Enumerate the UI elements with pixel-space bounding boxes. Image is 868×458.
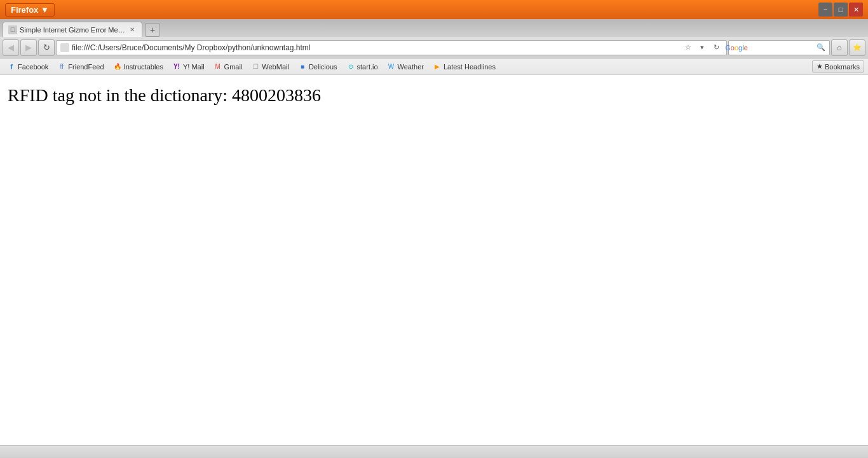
startio-icon: ⊙ (346, 62, 355, 71)
bookmark-instructables[interactable]: 🔥 Instructables (110, 61, 166, 73)
addon-icon: ⭐ (853, 43, 862, 52)
bookmark-friendfeed[interactable]: ff FriendFeed (54, 61, 107, 73)
bookmark-yahoo-mail[interactable]: Y! Y! Mail (169, 61, 208, 73)
reload-button[interactable]: ↻ (38, 39, 55, 56)
bookmarks-label: Bookmarks (825, 63, 860, 71)
active-tab[interactable]: ☐ Simple Internet Gizmo Error Message ✕ (3, 22, 142, 37)
new-tab-button[interactable]: + (145, 23, 160, 37)
webmail-icon: ☐ (251, 62, 260, 71)
gmail-icon: M (214, 62, 222, 71)
delicious-icon: ■ (298, 62, 307, 71)
tab-favicon: ☐ (8, 25, 17, 34)
bookmark-delicious-label: Delicious (309, 63, 337, 71)
bookmark-startio[interactable]: ⊙ start.io (343, 61, 381, 73)
forward-icon: ▶ (25, 43, 32, 52)
page-content: RFID tag not in the dictionary: 48002038… (0, 75, 868, 445)
bookmark-weather[interactable]: W Weather (384, 61, 427, 73)
bookmark-webmail-label: WebMail (262, 63, 289, 71)
search-button[interactable]: 🔍 (815, 42, 827, 53)
addon-button[interactable]: ⭐ (849, 39, 865, 56)
bookmark-startio-label: start.io (357, 63, 378, 71)
bookmark-yahoo-label: Y! Mail (183, 63, 205, 71)
back-icon: ◀ (8, 43, 14, 52)
facebook-icon: f (7, 62, 16, 71)
home-button[interactable]: ⌂ (831, 39, 848, 56)
google-icon: Google (731, 43, 742, 53)
bookmark-star-button[interactable]: ☆ (682, 41, 695, 54)
address-text: file:///C:/Users/Bruce/Documents/My Drop… (72, 43, 679, 52)
yahoo-icon: Y! (172, 62, 181, 71)
bookmark-headlines-label: Latest Headlines (444, 63, 496, 71)
back-button[interactable]: ◀ (3, 39, 19, 56)
bookmark-latest-headlines[interactable]: ▶ Latest Headlines (430, 61, 499, 73)
window-controls: − □ ✕ (818, 3, 863, 17)
bookmark-facebook[interactable]: f Facebook (4, 61, 51, 73)
firefox-menu-button[interactable]: Firefox ▼ (5, 3, 55, 17)
search-bar[interactable]: Google 🔍 (728, 40, 830, 55)
tab-close-button[interactable]: ✕ (128, 25, 137, 34)
bookmark-facebook-label: Facebook (18, 63, 48, 71)
bookmarks-bar: f Facebook ff FriendFeed 🔥 Instructables… (0, 59, 868, 75)
address-dropdown-button[interactable]: ▾ (696, 41, 709, 54)
bookmark-webmail[interactable]: ☐ WebMail (248, 61, 292, 73)
instructables-icon: 🔥 (113, 62, 122, 71)
reload-icon: ↻ (43, 43, 50, 52)
bookmark-gmail-label: Gmail (224, 63, 243, 71)
weather-icon: W (387, 62, 396, 71)
bookmark-gmail[interactable]: M Gmail (210, 61, 246, 73)
address-refresh-button[interactable]: ↻ (710, 41, 722, 54)
bookmarks-icon: ★ (817, 62, 823, 71)
titlebar: Firefox ▼ − □ ✕ (0, 0, 868, 19)
forward-button[interactable]: ▶ (20, 39, 37, 56)
headlines-icon: ▶ (433, 62, 442, 71)
page-icon (60, 43, 69, 52)
bookmark-instructables-label: Instructables (124, 63, 163, 71)
address-bar[interactable]: file:///C:/Users/Bruce/Documents/My Drop… (56, 40, 727, 55)
status-bar (0, 445, 868, 458)
friendfeed-icon: ff (57, 62, 66, 71)
navigation-bar: ◀ ▶ ↻ file:///C:/Users/Bruce/Documents/M… (0, 37, 868, 59)
bookmark-friendfeed-label: FriendFeed (68, 63, 104, 71)
maximize-button[interactable]: □ (834, 3, 848, 17)
page-heading: RFID tag not in the dictionary: 48002038… (8, 85, 860, 106)
browser-window: Firefox ▼ − □ ✕ ☐ Simple Internet Gizmo … (0, 0, 868, 458)
close-button[interactable]: ✕ (849, 3, 863, 17)
minimize-button[interactable]: − (818, 3, 832, 17)
nav-extra-buttons: ⌂ ⭐ (831, 39, 865, 56)
tab-bar: ☐ Simple Internet Gizmo Error Message ✕ … (0, 19, 868, 37)
home-icon: ⌂ (837, 43, 842, 52)
bookmark-delicious[interactable]: ■ Delicious (295, 61, 341, 73)
tab-title: Simple Internet Gizmo Error Message (20, 26, 125, 34)
address-actions: ☆ ▾ ↻ (682, 41, 722, 54)
bookmark-weather-label: Weather (398, 63, 424, 71)
bookmarks-button[interactable]: ★ Bookmarks (812, 60, 864, 73)
